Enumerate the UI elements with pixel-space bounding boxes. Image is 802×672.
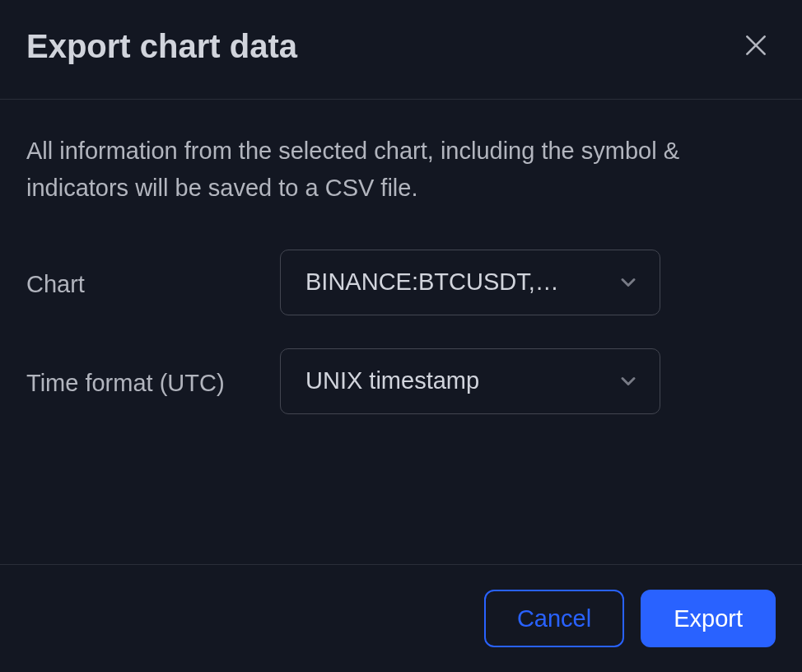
chevron-down-icon — [617, 271, 640, 294]
close-icon — [743, 32, 769, 61]
dialog-header: Export chart data — [0, 0, 802, 100]
dialog-description: All information from the selected chart,… — [26, 133, 776, 207]
chevron-down-icon — [617, 370, 640, 393]
dialog-body: All information from the selected chart,… — [0, 100, 802, 564]
export-button[interactable]: Export — [641, 590, 776, 647]
chart-field-row: Chart BINANCE:BTCUSDT,… — [26, 250, 776, 315]
cancel-button[interactable]: Cancel — [484, 590, 624, 647]
chart-dropdown-value: BINANCE:BTCUSDT,… — [305, 268, 617, 296]
chart-field-label: Chart — [26, 250, 280, 303]
time-format-field-label: Time format (UTC) — [26, 348, 280, 402]
time-format-field-row: Time format (UTC) UNIX timestamp — [26, 348, 776, 414]
dialog-title: Export chart data — [26, 28, 297, 65]
dialog-footer: Cancel Export — [0, 564, 802, 672]
time-format-dropdown[interactable]: UNIX timestamp — [280, 348, 660, 414]
time-format-dropdown-value: UNIX timestamp — [305, 367, 617, 394]
close-button[interactable] — [736, 26, 776, 66]
export-chart-dialog: Export chart data All information from t… — [0, 0, 802, 672]
chart-dropdown[interactable]: BINANCE:BTCUSDT,… — [280, 250, 660, 315]
